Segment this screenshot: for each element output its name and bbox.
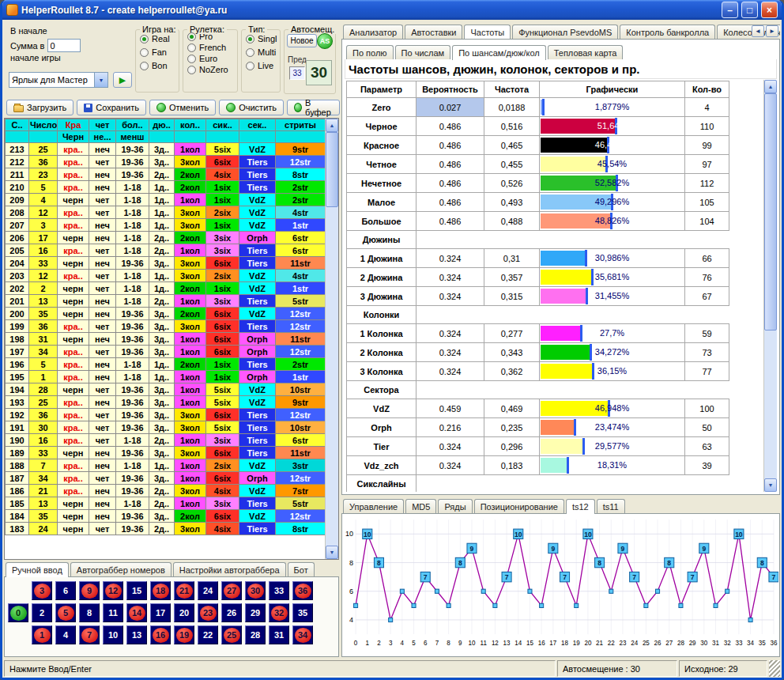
scroll-up-button[interactable]: ▲ bbox=[764, 80, 777, 93]
pad-button-1[interactable]: 1 bbox=[32, 625, 52, 644]
frequencies-scrollbar[interactable]: ▲ ▼ bbox=[763, 80, 777, 492]
scrollbar-track[interactable] bbox=[326, 132, 338, 546]
titlebar[interactable]: HelperRoullet 8.7 - create helperroullet… bbox=[2, 0, 782, 20]
pad-button-31[interactable]: 31 bbox=[269, 625, 289, 644]
freq-row[interactable]: Vdz_zch0.3240,18318,31%39 bbox=[347, 456, 729, 475]
history-row[interactable]: 20113черннеч1-182д..1кол3sixTiers5str bbox=[6, 295, 326, 308]
tab-psevdoms[interactable]: Функционал PsevdoMS bbox=[512, 25, 618, 39]
pad-button-18[interactable]: 18 bbox=[150, 581, 171, 600]
freq-row[interactable]: 3 Колонка0.3240,36236,15%77 bbox=[347, 362, 729, 381]
history-row[interactable]: 19130кра..чет19-363д..3кол5sixTiers10str bbox=[6, 421, 326, 434]
minimize-button[interactable]: – bbox=[722, 2, 738, 18]
freq-row[interactable]: Четное0.4860,45545,54%97 bbox=[347, 155, 729, 174]
tab-bot[interactable]: Бот bbox=[288, 562, 315, 576]
tab-analyzer[interactable]: Анализатор bbox=[343, 25, 403, 39]
scroll-up-button[interactable]: ▲ bbox=[326, 119, 338, 132]
radio-nozero[interactable]: NoZero bbox=[187, 65, 237, 74]
tab-rows[interactable]: Ряды bbox=[438, 499, 472, 513]
pad-button-8[interactable]: 8 bbox=[79, 603, 100, 622]
history-row[interactable]: 1965кра..неч1-181д..2кол1sixTiers2str bbox=[6, 358, 326, 371]
history-row[interactable]: 21123кра..неч19-362д..2кол4sixTiers8str bbox=[6, 168, 326, 181]
history-scrollbar[interactable]: ▲ ▼ bbox=[325, 119, 338, 559]
pad-button-26[interactable]: 26 bbox=[221, 603, 242, 622]
radio-bon[interactable]: Bon bbox=[140, 61, 179, 70]
subtab-by-chances[interactable]: По шансам/дюж/кол bbox=[452, 45, 546, 60]
history-row[interactable]: 19016кра..чет1-182д..1кол3sixTiers6str bbox=[6, 434, 326, 447]
history-row[interactable]: 18435черннеч19-363д..2кол6sixVdZ12str bbox=[6, 510, 326, 523]
history-row[interactable]: 21325кра..неч19-363д..1кол5sixVdZ9str bbox=[6, 143, 326, 156]
tab-autograbber-settings[interactable]: Настройки автограббера bbox=[173, 562, 286, 576]
play-button[interactable]: ▶ bbox=[113, 72, 132, 88]
tab-manual-input[interactable]: Ручной ввод bbox=[6, 562, 69, 577]
pad-button-33[interactable]: 33 bbox=[269, 581, 289, 600]
pad-button-13[interactable]: 13 bbox=[126, 625, 147, 644]
history-row[interactable]: 20312кра..чет1-181д..3кол2sixVdZ4str bbox=[6, 270, 326, 282]
history-row[interactable]: 18513черннеч1-182д..1кол3sixTiers5str bbox=[6, 497, 326, 510]
pad-button-27[interactable]: 27 bbox=[221, 581, 242, 600]
save-button[interactable]: Сохранить bbox=[77, 100, 146, 115]
history-row[interactable]: 19936кра..чет19-363д..3кол6sixTiers12str bbox=[6, 320, 326, 333]
pad-button-34[interactable]: 34 bbox=[292, 625, 313, 644]
pad-button-19[interactable]: 19 bbox=[174, 625, 194, 644]
pad-button-9[interactable]: 9 bbox=[79, 581, 100, 600]
history-row[interactable]: 18933черннеч19-363д..3кол6sixTiers11str bbox=[6, 447, 326, 459]
pad-button-23[interactable]: 23 bbox=[198, 603, 218, 622]
freq-row[interactable]: Черное0.4860,51651,64%110 bbox=[347, 117, 729, 136]
radio-singl[interactable]: Singl bbox=[246, 34, 280, 43]
pad-button-20[interactable]: 20 bbox=[174, 603, 194, 622]
pad-button-14[interactable]: 14 bbox=[126, 603, 147, 622]
pad-button-10[interactable]: 10 bbox=[103, 625, 123, 644]
freq-row[interactable]: 2 Дюжина0.3240,35735,681%76 bbox=[347, 268, 729, 287]
history-row[interactable]: 19831черннеч19-363д..1кол6sixOrph11str bbox=[6, 333, 326, 346]
tab-autograbber-numbers[interactable]: Автограббер номеров bbox=[70, 562, 172, 576]
freq-row[interactable]: 2 Колонка0.3240,34334,272%73 bbox=[347, 343, 729, 362]
history-row[interactable]: 20812кра..чет1-181д..3кол2sixVdZ4str bbox=[6, 206, 326, 219]
as-button[interactable]: AS bbox=[317, 33, 333, 49]
subtab-by-numbers[interactable]: По числам bbox=[395, 45, 451, 59]
radio-french[interactable]: French bbox=[187, 43, 237, 52]
clear-button[interactable]: Очистить bbox=[219, 100, 284, 115]
tabs-scroll-left-button[interactable]: ◄ bbox=[752, 25, 764, 37]
history-row[interactable]: 2094чернчет1-181д..1кол1sixVdZ2str bbox=[6, 194, 326, 206]
close-button[interactable]: × bbox=[761, 2, 778, 18]
history-row[interactable]: 19734кра..чет19-363д..1кол6sixOrph12str bbox=[6, 346, 326, 358]
new-button[interactable]: Новое bbox=[287, 34, 317, 47]
freq-row[interactable]: 1 Дюжина0.3240,3130,986%66 bbox=[347, 249, 729, 268]
freq-row[interactable]: Красное0.4860,46546,479%99 bbox=[347, 136, 729, 155]
radio-fan[interactable]: Fan bbox=[140, 47, 179, 57]
freq-row[interactable]: VdZ0.4590,46946,948%100 bbox=[347, 399, 729, 418]
pad-button-36[interactable]: 36 bbox=[292, 581, 313, 600]
radio-euro[interactable]: Euro bbox=[187, 54, 237, 63]
history-row[interactable]: 1951кра..неч1-181д..1кол1sixOrph1str bbox=[6, 371, 326, 383]
history-row[interactable]: 21236кра..чет19-363д..3кол6sixTiers12str bbox=[6, 156, 326, 168]
history-row[interactable]: 20617черннеч1-182д..2кол3sixOrph6str bbox=[6, 232, 326, 244]
freq-row[interactable]: Orph0.2160,23523,474%50 bbox=[347, 418, 729, 437]
history-row[interactable]: 20035черннеч19-363д..2кол6sixVdZ12str bbox=[6, 308, 326, 320]
resize-grip[interactable] bbox=[769, 660, 780, 677]
pad-button-25[interactable]: 25 bbox=[221, 625, 242, 644]
history-row[interactable]: 19428чернчет19-363д..1кол5sixVdZ10str bbox=[6, 383, 326, 396]
pad-button-28[interactable]: 28 bbox=[245, 625, 266, 644]
pad-button-12[interactable]: 12 bbox=[103, 581, 123, 600]
pad-button-22[interactable]: 22 bbox=[198, 625, 218, 644]
tab-autobets[interactable]: Автоставки bbox=[405, 25, 462, 39]
history-row[interactable]: 18621кра..неч19-362д..3кол4sixVdZ7str bbox=[6, 485, 326, 497]
tab-control[interactable]: Управление bbox=[343, 499, 404, 513]
to-buffer-button[interactable]: В буфер bbox=[287, 100, 340, 115]
load-button[interactable]: Загрузить bbox=[6, 100, 74, 115]
pad-button-4[interactable]: 4 bbox=[55, 625, 76, 644]
scroll-down-button[interactable]: ▼ bbox=[326, 546, 338, 559]
scrollbar-thumb[interactable] bbox=[326, 132, 338, 207]
pad-button-6[interactable]: 6 bbox=[55, 581, 76, 600]
history-row[interactable]: 18734кра..чет19-363д..1кол6sixOrph12str bbox=[6, 472, 326, 485]
undo-button[interactable]: Отменить bbox=[149, 100, 216, 115]
pad-button-21[interactable]: 21 bbox=[174, 581, 194, 600]
history-row[interactable]: 2105кра..неч1-181д..2кол1sixTiers2str bbox=[6, 181, 326, 194]
history-row[interactable]: 19325кра..неч19-363д..1кол5sixVdZ9str bbox=[6, 396, 326, 409]
scrollbar-thumb[interactable] bbox=[764, 93, 777, 331]
history-row[interactable]: 20433черннеч19-363д..3кол6sixTiers11str bbox=[6, 257, 326, 270]
pad-button-24[interactable]: 24 bbox=[198, 581, 218, 600]
pad-button-2[interactable]: 2 bbox=[32, 603, 52, 622]
history-row[interactable]: 2073кра..неч1-181д..3кол1sixVdZ1str bbox=[6, 219, 326, 232]
maximize-button[interactable]: □ bbox=[741, 2, 758, 18]
